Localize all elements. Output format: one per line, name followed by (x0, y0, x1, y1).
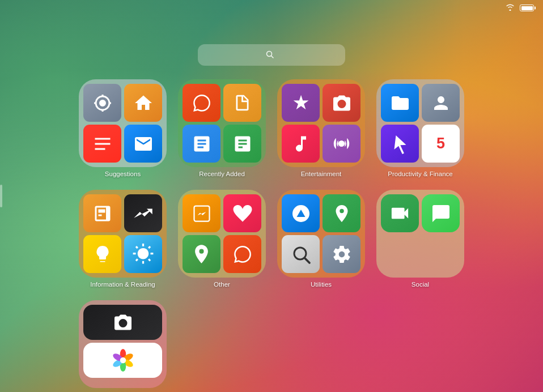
search-bar[interactable] (198, 44, 345, 66)
empty-slot (422, 235, 460, 273)
app-icon-magnifier (282, 235, 320, 273)
app-icon-messages (422, 194, 460, 232)
folder-suggestions[interactable]: Suggestions (79, 79, 167, 177)
battery-indicator (518, 5, 534, 11)
folder-photo-video[interactable]: Photo & Video (79, 300, 167, 392)
app-icon-photos (83, 343, 162, 378)
app-icon-stocks (124, 194, 162, 232)
empty-slot (381, 235, 419, 273)
folder-box-other (178, 190, 266, 278)
app-icon-keynote (183, 125, 220, 163)
app-icon-system-preferences (323, 235, 360, 273)
app-icon-maps (183, 235, 220, 273)
app-icon-swift-playgrounds-2 (223, 235, 261, 273)
app-icon-mail (124, 125, 162, 163)
folder-recently-added[interactable]: Recently Added (178, 79, 266, 177)
app-icon-contacts (422, 84, 460, 122)
folder-info-reading[interactable]: Information & Reading (79, 190, 167, 288)
battery-icon (520, 5, 534, 11)
status-right (506, 4, 534, 12)
folder-box-info-reading (79, 190, 167, 278)
folder-label-social: Social (412, 281, 429, 288)
app-icon-weather (124, 235, 162, 273)
folder-box-productivity: 5 (376, 79, 464, 167)
app-icon-settings (83, 84, 121, 122)
folder-label-info-reading: Information & Reading (90, 281, 155, 288)
folder-social[interactable]: Social (376, 190, 464, 288)
folder-other[interactable]: Other (178, 190, 266, 288)
svg-rect-2 (95, 138, 110, 139)
svg-point-15 (120, 357, 126, 364)
app-grid: SuggestionsRecently Added★Entertainment5… (79, 79, 464, 392)
status-bar (0, 0, 543, 16)
app-icon-freeform (183, 194, 220, 232)
folder-label-recently-added: Recently Added (199, 171, 245, 177)
svg-rect-3 (95, 143, 110, 144)
app-icon-music (282, 125, 320, 163)
app-icon-files (381, 84, 419, 122)
app-icon-app-store (282, 194, 320, 232)
folder-label-productivity: Productivity & Finance (388, 171, 452, 177)
app-icon-reminders (83, 125, 121, 163)
search-icon (266, 50, 274, 60)
app-icon-podcasts (323, 125, 360, 163)
sidebar-handle[interactable] (0, 185, 2, 207)
folder-entertainment[interactable]: ★Entertainment (277, 79, 365, 177)
folder-label-entertainment: Entertainment (301, 171, 342, 177)
app-icon-find-my (323, 194, 360, 232)
app-icon-facetime (381, 194, 419, 232)
folder-label-other: Other (214, 281, 230, 288)
folder-label-suggestions: Suggestions (105, 171, 141, 177)
battery-fill (521, 6, 533, 10)
app-icon-photo-booth (323, 84, 360, 122)
folder-box-utilities (277, 190, 365, 278)
folder-productivity[interactable]: 5Productivity & Finance (376, 79, 464, 177)
svg-line-1 (272, 56, 274, 58)
app-icon-shortcuts (381, 125, 419, 163)
app-icon-books (83, 194, 121, 232)
app-icon-health (223, 194, 261, 232)
folder-box-photo-video (79, 300, 167, 388)
app-icon-calendar: 5 (422, 125, 460, 163)
app-icon-tips (83, 235, 121, 273)
folder-utilities[interactable]: Utilities (277, 190, 365, 288)
folder-box-recently-added (178, 79, 266, 167)
folder-label-utilities: Utilities (311, 281, 332, 288)
app-icon-pages (223, 84, 261, 122)
wifi-icon (506, 4, 515, 12)
app-icon-numbers (223, 125, 261, 163)
app-icon-swift-playgrounds (183, 84, 220, 122)
svg-line-8 (304, 258, 309, 262)
app-icon-reeder: ★ (282, 84, 320, 122)
folder-box-suggestions (79, 79, 167, 167)
folder-box-entertainment: ★ (277, 79, 365, 167)
app-icon-home (124, 84, 162, 122)
svg-point-5 (338, 140, 345, 147)
svg-rect-4 (95, 148, 105, 150)
folder-box-social (376, 190, 464, 278)
app-icon-camera (83, 305, 162, 340)
